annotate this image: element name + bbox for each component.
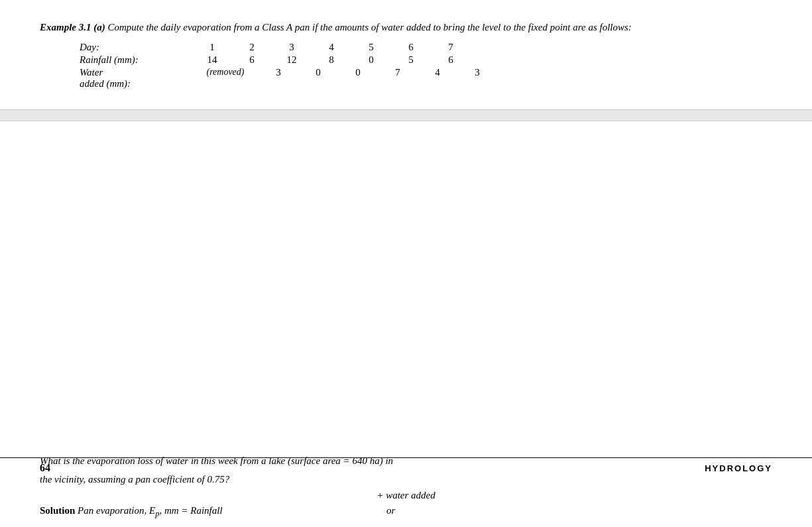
day-values: 1 2 3 4 5 6 7: [192, 42, 471, 53]
day-4: 4: [312, 42, 351, 53]
day-7: 7: [431, 42, 471, 53]
water-7: 3: [457, 67, 497, 78]
page-top: Example 3.1 (a) Compute the daily evapor…: [0, 0, 812, 89]
water-label: Water added (mm):: [80, 67, 192, 89]
day-2: 2: [232, 42, 272, 53]
water-3: 0: [298, 67, 338, 78]
solution-line: Solution Pan evaporation, Ep, mm = Rainf…: [40, 502, 772, 520]
rain-4: 8: [312, 54, 351, 66]
solution-mm: , mm: [159, 505, 181, 516]
example-paragraph: Example 3.1 (a) Compute the daily evapor…: [40, 20, 772, 35]
solution-or: or: [386, 505, 395, 516]
middle-space: [0, 121, 812, 307]
rainfall-values: 14 6 12 8 0 5 6: [192, 54, 471, 66]
water-word: Water: [80, 67, 192, 78]
solution-bold-label: Solution: [40, 505, 75, 516]
solution-eq: = Rainfall: [181, 505, 222, 516]
day-6: 6: [391, 42, 431, 53]
rain-6: 5: [391, 54, 431, 66]
formula-label: + water added: [40, 490, 772, 501]
day-5: 5: [351, 42, 391, 53]
day-row: Day: 1 2 3 4 5 6 7: [80, 42, 772, 53]
next-page-content: What is the evaporation loss of water in…: [0, 453, 812, 527]
data-table: Day: 1 2 3 4 5 6 7 Rainfall (mm): 14 6 1…: [80, 42, 772, 89]
next-line1: What is the evaporation loss of water in…: [40, 453, 772, 469]
day-label: Day:: [80, 42, 192, 53]
rain-1: 14: [192, 54, 232, 66]
water-values-top: (removed) 3 0 0 7 4 3: [192, 67, 497, 78]
water-row: Water added (mm): (removed) 3 0 0 7 4 3: [80, 67, 772, 89]
rainfall-label: Rainfall (mm):: [80, 54, 192, 66]
example-body: Compute the daily evaporation from a Cla…: [105, 22, 632, 32]
next-line2: the vicinity, assuming a pan coefficient…: [40, 471, 772, 487]
water-6: 4: [418, 67, 457, 78]
rain-2: 6: [232, 54, 272, 66]
rain-3: 12: [272, 54, 312, 66]
water-values-block: (removed) 3 0 0 7 4 3: [192, 67, 497, 78]
example-part: (a): [91, 22, 105, 32]
divider-band: [0, 109, 812, 121]
rain-7: 6: [431, 54, 471, 66]
added-word: added (mm):: [80, 78, 192, 89]
divider-wrapper: [0, 109, 812, 121]
water-4: 0: [338, 67, 378, 78]
water-removed: (removed): [192, 67, 259, 78]
day-1: 1: [192, 42, 232, 53]
rainfall-row: Rainfall (mm): 14 6 12 8 0 5 6: [80, 54, 772, 66]
day-3: 3: [272, 42, 312, 53]
water-5: 7: [378, 67, 418, 78]
solution-text: Pan evaporation, E: [75, 505, 155, 516]
rain-5: 0: [351, 54, 391, 66]
water-2: 3: [259, 67, 298, 78]
example-label: Example 3.1: [40, 22, 91, 32]
